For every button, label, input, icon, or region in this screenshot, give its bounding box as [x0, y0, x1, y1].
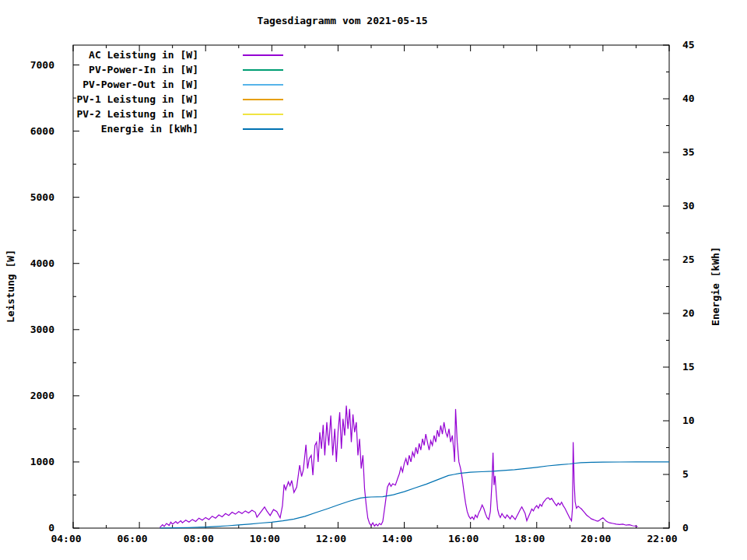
chart-title: Tagesdiagramm vom 2021-05-15	[257, 15, 427, 26]
y-tick-label: 4000	[30, 257, 54, 269]
x-tick-label: 12:00	[316, 533, 346, 544]
y2-tick-label: 0	[682, 522, 689, 534]
y-tick-label: 2000	[30, 390, 54, 401]
y2-tick-label: 10	[682, 415, 695, 426]
legend: AC Leistung in [W]PV-Power-In in [W]PV-P…	[76, 49, 283, 135]
y-tick-label: 5000	[30, 191, 54, 203]
legend-item-label: PV-1 Leistung in [W]	[76, 93, 198, 105]
legend-item-label: PV-2 Leistung in [W]	[76, 108, 198, 120]
x-tick-label: 04:00	[51, 533, 81, 544]
y2-tick-label: 40	[682, 93, 695, 104]
x-tick-label: 06:00	[117, 533, 148, 544]
y2-tick-label: 35	[682, 146, 695, 158]
y-tick-label: 0	[48, 522, 54, 534]
y2-tick-label: 15	[682, 361, 695, 373]
y2-tick-label: 45	[682, 39, 695, 51]
x-tick-label: 18:00	[514, 533, 545, 544]
legend-item-label: PV-Power-In in [W]	[89, 64, 198, 75]
y-tick-label: 3000	[30, 324, 54, 335]
y2-axis-title: Energie [kWh]	[710, 247, 721, 326]
y-tick-label: 1000	[30, 456, 54, 467]
x-tick-label: 16:00	[448, 533, 479, 544]
y-tick-label: 7000	[30, 59, 54, 71]
x-tick-label: 20:00	[580, 533, 611, 544]
series-line-energie-in-kwh	[160, 462, 670, 528]
y2-tick-label: 25	[682, 254, 695, 265]
chart-plot: Tagesdiagramm vom 2021-05-15 Leistung [W…	[0, 0, 747, 560]
x-tick-label: 14:00	[382, 533, 412, 544]
y-axis-title: Leistung [W]	[5, 250, 16, 323]
legend-item-label: PV-Power-Out in [W]	[82, 79, 198, 90]
y2-tick-label: 5	[682, 468, 689, 480]
series-line-ac-leistung-in-w	[160, 406, 638, 528]
x-tick-label: 10:00	[250, 533, 280, 544]
gnuplot-day-diagram: Tagesdiagramm vom 2021-05-15 Leistung [W…	[0, 0, 747, 560]
x-tick-label: 08:00	[184, 533, 214, 544]
y2-tick-label: 30	[682, 200, 695, 212]
x-tick-label: 22:00	[647, 533, 677, 544]
series-lines	[160, 406, 670, 528]
legend-item-label: Energie in [kWh]	[101, 123, 198, 135]
legend-item-label: AC Leistung in [W]	[89, 49, 198, 61]
y-tick-label: 6000	[30, 125, 54, 137]
y2-tick-label: 20	[682, 307, 695, 319]
